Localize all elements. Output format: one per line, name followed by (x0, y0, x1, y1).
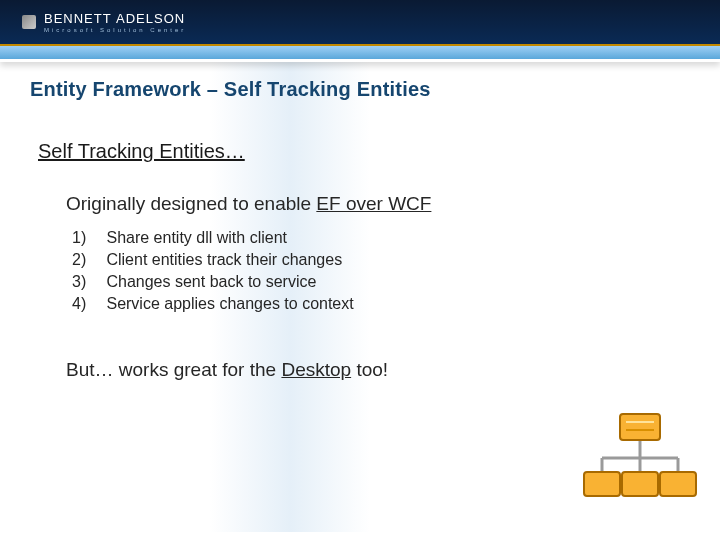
list-item: 1) Share entity dll with client (72, 229, 690, 247)
header-underline (0, 44, 720, 62)
brand-name-part1: BENNETT (44, 11, 111, 26)
step-text: Changes sent back to service (106, 273, 316, 290)
closing-underlined: Desktop (281, 359, 351, 380)
svg-rect-3 (660, 472, 696, 496)
step-number: 1) (72, 229, 102, 247)
list-item: 4) Service applies changes to context (72, 295, 690, 313)
svg-rect-0 (620, 414, 660, 440)
closing-prefix: But… works great for the (66, 359, 281, 380)
step-number: 4) (72, 295, 102, 313)
step-text: Share entity dll with client (106, 229, 287, 246)
closing-line: But… works great for the Desktop too! (66, 359, 690, 381)
step-number: 2) (72, 251, 102, 269)
intro-line: Originally designed to enable EF over WC… (66, 193, 690, 215)
brand-tagline: Microsoft Solution Center (44, 27, 186, 33)
slide-body: Self Tracking Entities… Originally desig… (38, 140, 690, 381)
steps-list: 1) Share entity dll with client 2) Clien… (72, 229, 690, 313)
blue-bar (0, 46, 720, 62)
step-text: Service applies changes to context (106, 295, 353, 312)
subheading: Self Tracking Entities… (38, 140, 690, 163)
svg-rect-1 (584, 472, 620, 496)
brand-mark-icon (22, 15, 36, 29)
step-number: 3) (72, 273, 102, 291)
svg-rect-2 (622, 472, 658, 496)
list-item: 3) Changes sent back to service (72, 273, 690, 291)
slide: BENNETT ADELSON Microsoft Solution Cente… (0, 0, 720, 540)
brand-name: BENNETT ADELSON (44, 12, 186, 25)
list-item: 2) Client entities track their changes (72, 251, 690, 269)
org-tree-icon (580, 400, 700, 520)
intro-prefix: Originally designed to enable (66, 193, 316, 214)
brand-text: BENNETT ADELSON Microsoft Solution Cente… (44, 12, 186, 33)
closing-suffix: too! (351, 359, 388, 380)
brand-name-part2: ADELSON (116, 11, 185, 26)
brand-logo: BENNETT ADELSON Microsoft Solution Cente… (22, 12, 186, 33)
intro-underlined: EF over WCF (316, 193, 431, 214)
header-band: BENNETT ADELSON Microsoft Solution Cente… (0, 0, 720, 44)
slide-title: Entity Framework – Self Tracking Entitie… (30, 78, 431, 101)
step-text: Client entities track their changes (106, 251, 342, 268)
